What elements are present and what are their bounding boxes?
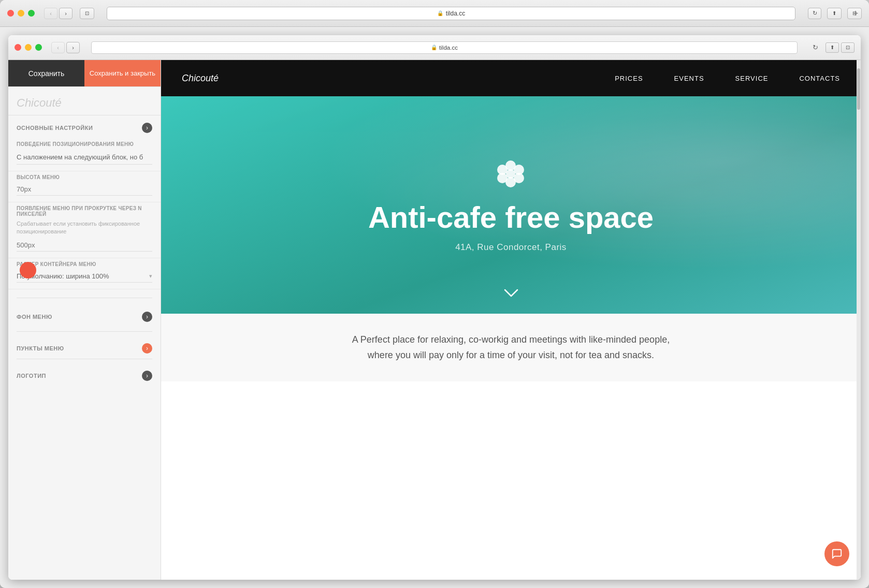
tab-plus-button[interactable]: +	[849, 7, 862, 20]
sidebar: Сохранить Сохранить и закрыть Chicouté О…	[8, 60, 161, 580]
share-icon: ⬆	[832, 10, 836, 16]
inner-window: ‹ › 🔒 tilda.cc ↻ ⬆	[0, 27, 869, 588]
basic-settings-label: ОСНОВНЫЕ НАСТРОЙКИ	[17, 125, 93, 131]
positioning-group: ПОВЕДЕНИЕ ПОЗИЦИОНИРОВАНИЯ МЕНЮ С наложе…	[8, 138, 161, 171]
inner-traffic-lights	[15, 44, 42, 51]
view-icon: ⊡	[85, 10, 89, 16]
positioning-value[interactable]: С наложением на следующий блок, но б	[17, 150, 152, 165]
sidebar-logo-text: Chicouté	[17, 96, 62, 109]
inner-sidebar-button[interactable]: ⊡	[841, 42, 854, 53]
save-close-button[interactable]: Сохранить и закрыть	[84, 60, 161, 86]
bg-section[interactable]: ФОН МЕНЮ ›	[8, 304, 161, 327]
menu-items-icon[interactable]: ›	[142, 343, 152, 354]
share-button[interactable]: ⬆	[827, 8, 842, 19]
save-button[interactable]: Сохранить	[8, 60, 84, 86]
save-label: Сохранить	[28, 69, 65, 78]
outer-lock-icon: 🔒	[437, 10, 443, 16]
menu-items-expand-icon: ›	[146, 345, 148, 352]
bg-icon[interactable]: ›	[142, 312, 152, 322]
sidebar-toolbar: Сохранить Сохранить и закрыть	[8, 60, 161, 87]
reload-icon: ↻	[813, 10, 817, 17]
hero-chevron-icon[interactable]	[504, 288, 518, 301]
scroll-label: ПОЯВЛЕНИЕ МЕНЮ ПРИ ПРОКРУТКЕ ЧЕРЕЗ N ПИК…	[17, 205, 152, 217]
nav-links: PRICES EVENTS SERVICE CONTACTS	[615, 75, 840, 82]
inner-titlebar: ‹ › 🔒 tilda.cc ↻ ⬆	[8, 35, 861, 60]
logo-section[interactable]: ЛОГОТИП ›	[8, 363, 161, 386]
outer-window: ‹ › ⊡ 🔒 tilda.cc ↻ ⬆ ⊡ +	[0, 0, 869, 588]
hero-title: Anti-cafe free space	[368, 201, 654, 234]
close-button[interactable]	[7, 10, 14, 17]
inner-address-bar[interactable]: 🔒 tilda.cc	[91, 41, 798, 54]
site-hero: Anti-cafe free space 41A, Rue Condorcet,…	[161, 96, 861, 314]
tab-plus-icon: +	[853, 8, 859, 19]
container-select[interactable]: По умолчанию: ширина 100% ▾	[17, 270, 152, 283]
inner-minimize-button[interactable]	[25, 44, 32, 51]
logo-area: Chicouté	[8, 87, 161, 115]
forward-button[interactable]: ›	[59, 8, 73, 19]
preview-area: Chicouté PRICES EVENTS SERVICE CONTACTS	[161, 60, 861, 580]
site-logo: Chicouté	[182, 73, 219, 84]
site-description: A Perfect place for relaxing, co-workig …	[161, 314, 861, 381]
view-toggle-button[interactable]: ⊡	[80, 8, 94, 19]
bg-label: ФОН МЕНЮ	[17, 314, 52, 320]
outer-address-text: tilda.cc	[446, 10, 465, 17]
inner-back-button[interactable]: ‹	[51, 42, 65, 53]
inner-share-icon: ⬆	[830, 45, 834, 50]
description-text: A Perfect place for relaxing, co-workig …	[320, 332, 703, 363]
container-label: РАЗМЕР КОНТЕЙНЕРА МЕНЮ	[17, 261, 152, 267]
save-close-label: Сохранить и закрыть	[90, 69, 155, 77]
inner-close-button[interactable]	[15, 44, 21, 51]
outer-address-bar[interactable]: 🔒 tilda.cc	[107, 7, 795, 20]
browser-frame: ‹ › 🔒 tilda.cc ↻ ⬆	[8, 35, 861, 580]
inner-right-buttons: ⬆ ⊡	[825, 42, 854, 53]
inner-forward-icon: ›	[72, 45, 74, 51]
height-label: ВЫСОТА МЕНЮ	[17, 174, 152, 180]
logo-section-icon[interactable]: ›	[142, 371, 152, 381]
svg-point-6	[506, 169, 515, 179]
scroll-hint: Срабатывает если установить фиксированно…	[17, 220, 152, 236]
inner-lock-icon: 🔒	[431, 45, 437, 50]
expand-icon: ›	[146, 124, 148, 131]
container-arrow-icon: ▾	[149, 273, 152, 280]
nav-link-contacts[interactable]: CONTACTS	[799, 75, 840, 82]
inner-sidebar-icon: ⊡	[846, 45, 850, 50]
menu-items-section[interactable]: ПУНКТЫ МЕНЮ ›	[8, 336, 161, 359]
back-button[interactable]: ‹	[44, 8, 57, 19]
nav-link-service[interactable]: SERVICE	[735, 75, 769, 82]
inner-maximize-button[interactable]	[35, 44, 42, 51]
nav-link-events[interactable]: EVENTS	[674, 75, 704, 82]
scrollbar-track[interactable]	[857, 60, 861, 580]
outer-reload-button[interactable]: ↻	[808, 8, 821, 19]
content-area: Сохранить Сохранить и закрыть Chicouté О…	[8, 60, 861, 580]
outer-titlebar: ‹ › ⊡ 🔒 tilda.cc ↻ ⬆ ⊡ +	[0, 0, 869, 27]
inner-reload-button[interactable]: ↻	[809, 41, 821, 54]
svg-point-5	[497, 165, 508, 175]
inner-reload-icon: ↻	[813, 43, 818, 51]
outer-nav-arrows: ‹ ›	[44, 8, 73, 19]
inner-forward-button[interactable]: ›	[66, 42, 80, 53]
chat-widget[interactable]	[824, 541, 849, 566]
hero-content: Anti-cafe free space 41A, Rue Condorcet,…	[368, 157, 654, 253]
basic-settings-icon[interactable]: ›	[142, 123, 152, 133]
site-navbar: Chicouté PRICES EVENTS SERVICE CONTACTS	[161, 60, 861, 96]
inner-nav-arrows: ‹ ›	[51, 42, 80, 53]
hero-subtitle: 41A, Rue Condorcet, Paris	[368, 242, 654, 253]
inner-back-icon: ‹	[57, 45, 59, 51]
position-indicator	[20, 262, 36, 278]
scroll-input[interactable]	[17, 239, 152, 252]
maximize-button[interactable]	[28, 10, 35, 17]
minimize-button[interactable]	[18, 10, 24, 17]
inner-share-button[interactable]: ⬆	[825, 42, 839, 53]
height-group: ВЫСОТА МЕНЮ	[8, 171, 161, 202]
logo-expand-icon: ›	[146, 372, 148, 379]
scrollbar-thumb[interactable]	[857, 68, 860, 110]
menu-items-label: ПУНКТЫ МЕНЮ	[17, 345, 64, 351]
back-icon: ‹	[50, 10, 52, 17]
height-input[interactable]	[17, 183, 152, 196]
outer-traffic-lights	[7, 10, 35, 17]
inner-address-text: tilda.cc	[439, 45, 458, 51]
nav-link-prices[interactable]: PRICES	[615, 75, 643, 82]
basic-settings-section[interactable]: ОСНОВНЫЕ НАСТРОЙКИ ›	[8, 115, 161, 138]
forward-icon: ›	[65, 10, 67, 17]
positioning-label: ПОВЕДЕНИЕ ПОЗИЦИОНИРОВАНИЯ МЕНЮ	[17, 141, 152, 147]
